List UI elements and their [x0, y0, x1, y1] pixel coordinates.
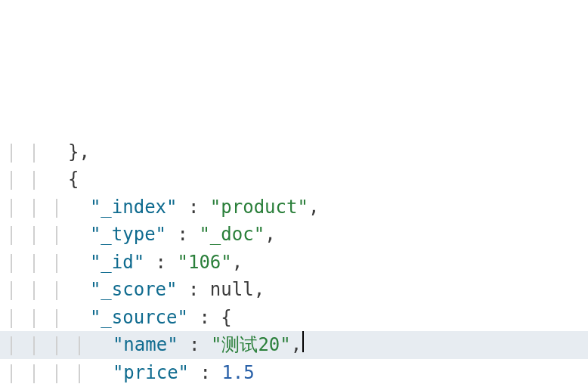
code-line[interactable]: || {: [0, 166, 588, 194]
token-punct: ,: [254, 276, 265, 304]
token-punct: :: [178, 276, 210, 304]
token-string: "product": [210, 194, 308, 221]
token-key: "price": [113, 359, 189, 385]
code-line[interactable]: || },: [0, 138, 588, 166]
token-punct: :: [178, 194, 210, 221]
line-content: "_type" : "_doc",: [68, 221, 276, 249]
token-key: "_source": [90, 304, 188, 332]
token-null: null: [210, 276, 254, 304]
code-line[interactable]: |||| "name" : "测试20",: [0, 331, 588, 359]
token-punct: :: [166, 221, 199, 249]
line-content: {: [68, 166, 79, 194]
token-punct: : {: [188, 304, 232, 332]
code-line[interactable]: ||| "_score" : null,: [0, 276, 588, 304]
indent-guides: ||||: [0, 331, 91, 359]
token-key: "name": [113, 331, 178, 359]
token-key: "_id": [90, 249, 144, 277]
token-punct: :: [178, 331, 211, 359]
line-content: "_score" : null,: [68, 276, 265, 304]
code-line[interactable]: |||| "price" : 1.5: [0, 359, 588, 385]
indent-guides: |||: [0, 304, 68, 332]
indent-guides: ||: [0, 166, 68, 194]
token-key: "_score": [90, 276, 178, 304]
line-content: "_id" : "106",: [68, 249, 243, 277]
line-content: "_index" : "product",: [68, 194, 319, 221]
token-number: 1.5: [221, 359, 254, 385]
token-punct: ,: [232, 249, 243, 277]
token-punct: {: [68, 166, 79, 194]
token-string: "测试20": [211, 331, 291, 359]
token-punct: ,: [291, 331, 302, 359]
token-punct: :: [144, 249, 177, 277]
token-punct: ,: [308, 194, 319, 221]
line-content: "price" : 1.5: [91, 359, 255, 385]
token-punct: ,: [265, 221, 275, 249]
indent-guides: |||: [0, 194, 68, 221]
line-content: },: [68, 138, 90, 166]
indent-guides: ||||: [0, 359, 91, 385]
text-cursor: [302, 331, 304, 352]
token-key: "_index": [90, 194, 178, 221]
code-editor[interactable]: || },|| {||| "_index" : "product",||| "_…: [0, 110, 588, 384]
token-key: "_type": [90, 221, 166, 249]
token-punct: :: [189, 359, 221, 385]
code-line[interactable]: ||| "_id" : "106",: [0, 249, 588, 277]
indent-guides: |||: [0, 249, 68, 277]
indent-guides: |||: [0, 276, 68, 304]
token-string: "_doc": [199, 221, 265, 249]
line-content: "name" : "测试20",: [91, 331, 304, 359]
token-string: "106": [178, 249, 232, 277]
indent-guides: ||: [0, 138, 68, 166]
code-line[interactable]: ||| "_source" : {: [0, 304, 588, 332]
token-punct: },: [68, 138, 90, 166]
line-content: "_source" : {: [68, 304, 232, 332]
code-line[interactable]: ||| "_index" : "product",: [0, 194, 588, 221]
indent-guides: |||: [0, 221, 68, 249]
code-line[interactable]: ||| "_type" : "_doc",: [0, 221, 588, 249]
